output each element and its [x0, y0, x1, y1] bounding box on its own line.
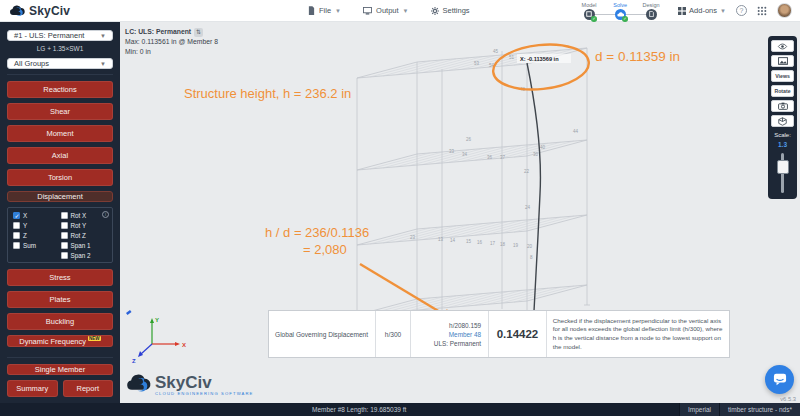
sidebar-button-torsion[interactable]: Torsion — [7, 169, 113, 186]
load-case-select[interactable]: #1 - ULS: Permanent ▼ — [7, 30, 113, 41]
single-member-button[interactable]: Single Member — [7, 364, 113, 375]
checkbox-label: Rot X — [71, 212, 87, 219]
sidebar-button-plates[interactable]: Plates — [7, 291, 113, 308]
chat-icon — [773, 373, 787, 386]
solve-cloud-icon: ✓ — [615, 9, 626, 20]
step-model-label: Model — [582, 2, 597, 8]
dynamic-frequency-label: Dynamic Frequency — [19, 337, 86, 346]
result-buttons: ReactionsShearMomentAxialTorsion — [7, 81, 113, 191]
apps-grid-icon[interactable] — [757, 6, 767, 16]
user-avatar[interactable] — [777, 3, 792, 18]
sidebar-button-buckling[interactable]: Buckling — [7, 313, 113, 330]
eye-icon — [777, 43, 788, 50]
sort-toggle-icon[interactable]: ⇅ — [194, 28, 203, 37]
rotate-button[interactable]: Rotate — [771, 85, 794, 97]
member-number: 18 — [500, 242, 506, 247]
step-design[interactable]: Design — [640, 2, 662, 20]
skyciv-app: SkyCiv File ▼ Output ▼ Settings Mode — [0, 0, 800, 416]
unchecked-box-icon[interactable] — [61, 242, 68, 249]
result-member-link[interactable]: Member 48 — [449, 330, 481, 339]
skyciv-cloud-icon — [9, 5, 26, 17]
dynamic-frequency-button[interactable]: Dynamic FrequencyNEW — [7, 335, 113, 347]
step-design-label: Design — [643, 2, 660, 8]
step-solve[interactable]: Solve ✓ — [609, 2, 631, 20]
sidebar-button-axial[interactable]: Axial — [7, 147, 113, 164]
unchecked-box-icon[interactable] — [13, 242, 20, 249]
workflow-stepper: Model ✓ Solve ✓ Design — [578, 2, 662, 20]
checkbox-rot-y[interactable]: Rot Y — [61, 222, 109, 229]
gear-icon — [431, 7, 439, 15]
node-displacement-tooltip: X: -0.113569 in — [520, 56, 559, 62]
skyciv-watermark: SkyCiv CLOUD ENGINEERING SOFTWARE — [125, 373, 253, 396]
groups-select[interactable]: All Groups ▼ — [7, 58, 113, 69]
member-number: 15 — [466, 239, 472, 244]
check-icon: ✓ — [622, 16, 628, 22]
member-number: 34 — [462, 152, 468, 157]
scale-slider[interactable] — [777, 153, 789, 193]
chevron-down-icon: ▼ — [335, 8, 341, 14]
check-value-cell: 0.14422 — [489, 311, 547, 357]
member-number: 13 — [438, 237, 444, 242]
checked-box-icon[interactable] — [13, 212, 20, 219]
menu-output[interactable]: Output ▼ — [363, 6, 408, 15]
addons-menu[interactable]: Add-ons ▼ — [678, 6, 726, 15]
info-icon[interactable]: i — [102, 211, 109, 218]
menu-settings-label: Settings — [443, 6, 470, 15]
checkbox-span-2[interactable]: Span 2 — [61, 252, 109, 259]
views-button[interactable]: Views — [771, 70, 794, 82]
unchecked-box-icon[interactable] — [13, 222, 20, 229]
addons-grid-icon — [678, 7, 686, 15]
menu-file[interactable]: File ▼ — [308, 6, 341, 15]
displacement-button[interactable]: Displacement — [7, 191, 113, 202]
skyciv-logo[interactable]: SkyCiv — [0, 4, 120, 18]
member-number: 26 — [466, 137, 472, 142]
member-number: 17 — [490, 241, 496, 246]
menu-settings[interactable]: Settings — [431, 6, 470, 15]
unchecked-box-icon[interactable] — [61, 222, 68, 229]
sidebar-button-shear[interactable]: Shear — [7, 103, 113, 120]
report-button[interactable]: Report — [63, 380, 114, 397]
member-number: 36 — [487, 155, 493, 160]
member-number: 30 — [533, 152, 539, 157]
checkbox-sum[interactable]: Sum — [13, 242, 61, 249]
units-toggle[interactable]: Imperial — [679, 403, 719, 416]
annotation-ratio-line1: h / d = 236/0.1136 — [265, 224, 369, 241]
skyciv-cloud-icon — [125, 374, 153, 393]
checkbox-label: Z — [23, 232, 27, 239]
annotation-structure-height: Structure height, h = 236.2 in — [184, 86, 351, 101]
3d-mode-button[interactable] — [771, 115, 794, 127]
project-name[interactable]: timber structure - nds* — [719, 403, 800, 416]
checkbox-x[interactable]: X — [13, 212, 61, 219]
new-badge: NEW — [88, 336, 101, 341]
checkbox-label: Y — [23, 222, 27, 229]
checkbox-rot-x[interactable]: Rot X — [61, 212, 109, 219]
unchecked-box-icon[interactable] — [61, 212, 68, 219]
render-button[interactable] — [771, 55, 794, 67]
visibility-button[interactable] — [771, 40, 794, 52]
sidebar-button-stress[interactable]: Stress — [7, 269, 113, 286]
member-number: 23 — [410, 235, 416, 240]
unchecked-box-icon[interactable] — [61, 252, 68, 259]
checkbox-label: X — [23, 212, 27, 219]
chat-button[interactable] — [765, 365, 794, 394]
view-toolbar: Views Rotate Scale: 1.3 — [768, 36, 797, 199]
unchecked-box-icon[interactable] — [61, 232, 68, 239]
step-model[interactable]: Model ✓ — [578, 2, 600, 20]
checkbox-span-1[interactable]: Span 1 — [61, 242, 109, 249]
summary-button[interactable]: Summary — [7, 380, 58, 397]
chevron-down-icon: ▼ — [100, 61, 106, 67]
brand-name: SkyCiv — [29, 4, 70, 18]
help-button[interactable]: ? — [736, 5, 747, 16]
checkbox-z[interactable]: Z — [13, 232, 61, 239]
sidebar-button-reactions[interactable]: Reactions — [7, 81, 113, 98]
checkbox-y[interactable]: Y — [13, 222, 61, 229]
checkbox-rot-z[interactable]: Rot Z — [61, 232, 109, 239]
check-name-cell: Global Governing Displacement — [269, 311, 376, 357]
unchecked-box-icon[interactable] — [13, 232, 20, 239]
screenshot-button[interactable] — [771, 100, 794, 112]
model-canvas: LC: ULS: Permanent ⇅ Max: 0.113561 in @ … — [120, 22, 800, 403]
help-label: ? — [740, 7, 744, 14]
min-label: Min: 0 in — [125, 47, 218, 57]
slider-handle[interactable] — [777, 160, 789, 174]
sidebar-button-moment[interactable]: Moment — [7, 125, 113, 142]
